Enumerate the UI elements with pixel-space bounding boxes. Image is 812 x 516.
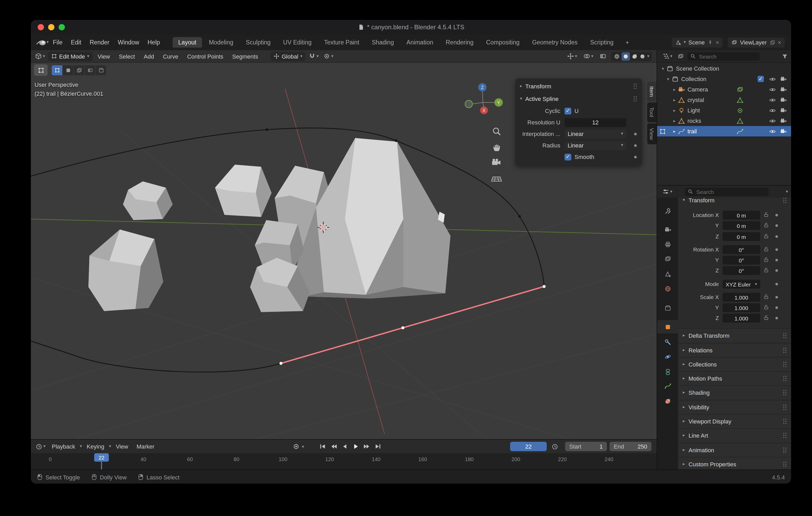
select-mode-button-3[interactable]: [74, 65, 84, 75]
scale-y-field[interactable]: 1.000: [723, 303, 760, 312]
hide-eye-icon[interactable]: [769, 118, 776, 124]
viewport-3d[interactable]: ▾ Edit Mode ▾ View Select Add Curve Cont…: [31, 50, 657, 439]
location-y-field[interactable]: 0 m: [723, 221, 760, 230]
panel-grip[interactable]: [783, 348, 787, 353]
properties-search-input[interactable]: [695, 188, 746, 195]
play-reverse-button[interactable]: [340, 442, 350, 451]
pin-icon[interactable]: [707, 39, 713, 45]
tab-physics[interactable]: [657, 350, 678, 363]
menu-help[interactable]: Help: [143, 39, 164, 45]
panel-line-art[interactable]: ▸ Line Art: [678, 428, 791, 442]
select-mode-button-1[interactable]: [52, 65, 62, 75]
tab-view[interactable]: View: [647, 123, 657, 144]
workspace-tab-layout[interactable]: Layout: [172, 37, 202, 48]
playhead[interactable]: 22: [94, 453, 109, 462]
timeline-menu-view[interactable]: View: [112, 443, 132, 450]
close-window-button[interactable]: [38, 24, 44, 30]
panel-grip[interactable]: [783, 462, 787, 467]
remove-view-layer-button[interactable]: ×: [778, 39, 781, 45]
add-workspace-button[interactable]: +: [622, 38, 632, 47]
panel-grip[interactable]: [783, 405, 787, 410]
menu-edit[interactable]: Edit: [67, 39, 86, 45]
workspace-tab-animation[interactable]: Animation: [401, 37, 439, 48]
animate-dot[interactable]: [775, 248, 778, 251]
orientation-dropdown[interactable]: Global ▾: [271, 52, 306, 61]
snap-toggle[interactable]: ▾: [307, 53, 320, 60]
show-gizmo-toggle[interactable]: ▾: [566, 53, 579, 60]
wireframe-shading-button[interactable]: [614, 53, 620, 59]
workspace-tab-scripting[interactable]: Scripting: [584, 37, 619, 48]
animate-dot[interactable]: [634, 132, 637, 135]
transform-panel-header[interactable]: ▸ Transform: [515, 80, 642, 93]
lock-icon[interactable]: [763, 233, 769, 239]
mode-dropdown[interactable]: Edit Mode ▾: [48, 52, 92, 61]
tab-material[interactable]: [657, 394, 678, 408]
viewport-menu-segments[interactable]: Segments: [229, 53, 262, 59]
tab-scene[interactable]: [657, 267, 678, 281]
lock-icon[interactable]: [763, 212, 769, 217]
expand-icon[interactable]: ▸: [672, 87, 677, 92]
expand-icon[interactable]: ▸: [672, 97, 677, 102]
frame-start-field[interactable]: Start1: [565, 442, 607, 451]
radius-dropdown[interactable]: Linear ▾: [564, 141, 626, 150]
animate-dot[interactable]: [775, 224, 778, 227]
lock-icon[interactable]: [763, 257, 769, 263]
tab-collection[interactable]: [657, 301, 678, 315]
panel-grip[interactable]: [634, 96, 637, 101]
tab-world[interactable]: [657, 282, 678, 295]
select-mode-button-5[interactable]: [96, 65, 106, 75]
outliner-row-light[interactable]: ▸ Light: [657, 105, 791, 116]
xray-toggle[interactable]: [598, 53, 608, 60]
timeline-ruler[interactable]: 0 20 40 60 80 100 120 140 160 180 200 22…: [31, 453, 657, 470]
workspace-tab-rendering[interactable]: Rendering: [440, 37, 479, 48]
lock-icon[interactable]: [763, 294, 769, 300]
tab-object-data[interactable]: [657, 379, 678, 393]
viewport-menu-view[interactable]: View: [94, 53, 114, 59]
active-spline-panel-header[interactable]: ▾ Active Spline: [515, 93, 642, 105]
minimize-window-button[interactable]: [48, 24, 54, 30]
expand-icon[interactable]: ▾: [666, 77, 671, 81]
workspace-tab-shading[interactable]: Shading: [366, 37, 400, 48]
next-keyframe-button[interactable]: [361, 442, 372, 451]
material-shading-button[interactable]: [632, 53, 638, 59]
render-visibility-icon[interactable]: [780, 76, 787, 83]
animate-dot[interactable]: [775, 214, 778, 216]
tab-object[interactable]: [657, 320, 678, 334]
smooth-checkbox[interactable]: ✓: [564, 153, 571, 160]
filter-funnel-icon[interactable]: [782, 53, 788, 59]
tab-tool[interactable]: [657, 204, 678, 217]
cyclic-u-checkbox[interactable]: ✓: [564, 108, 571, 114]
animate-dot[interactable]: [775, 283, 778, 285]
select-mode-button-2[interactable]: [63, 65, 73, 75]
rotation-x-field[interactable]: 0°: [723, 245, 760, 254]
render-visibility-icon[interactable]: [780, 118, 787, 124]
viewport-menu-select[interactable]: Select: [115, 53, 138, 59]
timeline-editor-type-button[interactable]: ▾: [34, 443, 47, 450]
selected-control-point[interactable]: [280, 362, 283, 365]
prev-keyframe-button[interactable]: [328, 442, 339, 451]
timeline-menu-keying[interactable]: Keying: [83, 443, 108, 450]
collection-checkbox[interactable]: ✓: [758, 76, 764, 82]
outliner-row-rocks[interactable]: ▸ rocks: [657, 116, 791, 126]
timeline-menu-playback[interactable]: Playback: [48, 443, 79, 450]
hide-eye-icon[interactable]: [769, 107, 776, 114]
lock-icon[interactable]: [763, 315, 769, 321]
properties-search[interactable]: [685, 187, 768, 196]
tab-output[interactable]: [657, 237, 678, 251]
outliner-editor-type-button[interactable]: ▾: [661, 53, 674, 60]
panel-collections[interactable]: ▸ Collections: [678, 357, 791, 371]
panel-grip[interactable]: [783, 333, 787, 338]
menu-window[interactable]: Window: [114, 39, 143, 45]
panel-grip[interactable]: [783, 362, 787, 367]
panel-motion-paths[interactable]: ▸ Motion Paths: [678, 371, 791, 385]
tab-tool[interactable]: Tool: [647, 103, 657, 122]
animate-dot[interactable]: [634, 155, 637, 158]
rotation-z-field[interactable]: 0°: [723, 266, 760, 275]
panel-visibility[interactable]: ▸ Visibility: [678, 400, 791, 414]
expand-icon[interactable]: ▸: [672, 129, 677, 133]
panel-relations[interactable]: ▸ Relations: [678, 343, 791, 357]
lock-icon[interactable]: [763, 267, 769, 273]
panel-grip[interactable]: [634, 84, 637, 89]
panel-grip[interactable]: [783, 376, 787, 381]
lock-icon[interactable]: [763, 222, 769, 228]
